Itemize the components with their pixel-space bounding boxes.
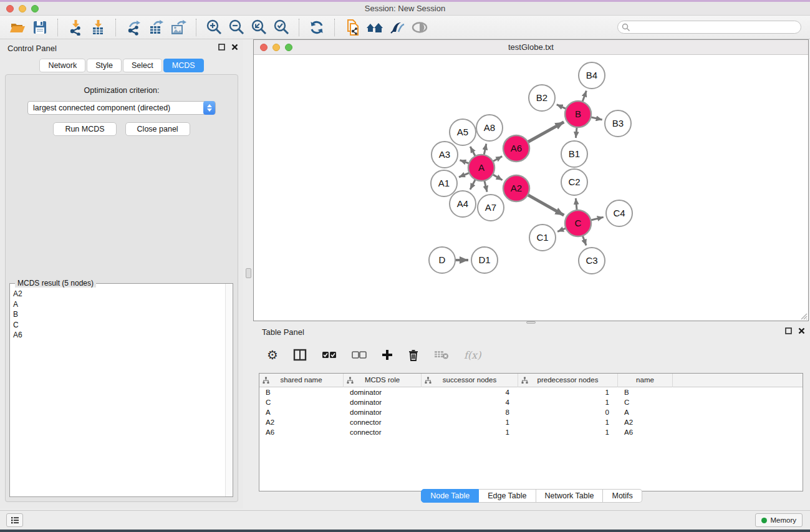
graph-edge-A2-C[interactable] [526, 193, 564, 215]
graph-node-B[interactable]: B [565, 101, 591, 127]
result-item[interactable]: A6 [13, 330, 222, 341]
tab-node-table[interactable]: Node Table [421, 489, 479, 503]
graph-node-A2[interactable]: A2 [503, 175, 529, 201]
memory-button[interactable]: Memory [755, 513, 803, 527]
network-zoom-button[interactable] [285, 44, 292, 51]
task-history-button[interactable] [6, 513, 23, 527]
column-header[interactable]: MCDS role [344, 374, 422, 387]
minimize-window-button[interactable] [19, 5, 26, 12]
import-table-button[interactable] [89, 18, 107, 37]
network-minimize-button[interactable] [272, 44, 280, 51]
network-window-title: testGlobe.txt [254, 40, 808, 55]
network-close-button[interactable] [260, 44, 268, 51]
graph-node-C[interactable]: C [565, 210, 591, 236]
graph-node-B4[interactable]: B4 [579, 62, 605, 89]
zoom-selected-button[interactable] [272, 18, 291, 37]
open-session-button[interactable] [8, 18, 27, 37]
tab-style[interactable]: Style [87, 59, 122, 72]
export-image-button[interactable] [169, 18, 188, 37]
export-table-button[interactable] [147, 18, 165, 37]
delete-table-button[interactable] [434, 347, 449, 362]
result-scrollbar[interactable] [225, 284, 233, 496]
column-header[interactable]: successor nodes [422, 374, 518, 387]
network-canvas[interactable]: B4B2BB3A8A5A6A3B1AA1C2A2A4A7CC4C1C3DD1 [254, 55, 808, 321]
home-button[interactable] [365, 18, 384, 37]
graph-node-B3[interactable]: B3 [605, 110, 631, 137]
graph-node-C3[interactable]: C3 [579, 248, 605, 274]
table-row[interactable]: A6connector11A6 [259, 427, 803, 437]
tab-motifs[interactable]: Motifs [603, 489, 642, 503]
save-session-button[interactable] [31, 18, 49, 37]
split-handle-vertical[interactable] [246, 268, 251, 278]
float-panel-icon[interactable] [218, 44, 225, 51]
graph-edge-A6-B[interactable] [526, 122, 564, 143]
table-cell: 1 [422, 427, 518, 437]
zoom-fit-button[interactable] [249, 18, 268, 37]
graph-node-A8[interactable]: A8 [476, 115, 503, 141]
run-mcds-button[interactable]: Run MCDS [53, 122, 116, 136]
tab-mcds[interactable]: MCDS [163, 59, 204, 72]
table-settings-button[interactable]: ⚙ [267, 347, 278, 362]
table-cell: 0 [518, 407, 618, 417]
select-all-button[interactable] [322, 347, 337, 362]
graph-node-D1[interactable]: D1 [471, 247, 498, 273]
tab-select[interactable]: Select [123, 59, 162, 72]
search-input[interactable] [630, 22, 797, 32]
export-network-button[interactable] [124, 18, 143, 37]
graph-node-A6[interactable]: A6 [503, 135, 529, 162]
graph-node-A1[interactable]: A1 [431, 170, 457, 196]
table-row[interactable]: A2connector11A2 [259, 417, 803, 427]
table-row[interactable]: Adominator80A [259, 407, 803, 417]
deselect-all-button[interactable] [352, 347, 367, 362]
table-row[interactable]: Bdominator41B [259, 387, 803, 397]
graph-node-B1[interactable]: B1 [561, 141, 587, 167]
graph-node-A3[interactable]: A3 [432, 142, 458, 168]
table-panel: Table Panel ⚙ [253, 324, 810, 508]
clone-network-button[interactable] [343, 18, 362, 37]
graph-node-B2[interactable]: B2 [529, 85, 555, 111]
tab-network-table[interactable]: Network Table [536, 489, 604, 503]
column-header[interactable]: name [618, 374, 673, 387]
zoom-out-button[interactable] [227, 18, 246, 37]
tab-network[interactable]: Network [39, 59, 85, 72]
criterion-select[interactable]: largest connected component (directed) [27, 101, 216, 115]
refresh-button[interactable] [307, 18, 326, 37]
import-network-button[interactable] [66, 18, 85, 37]
zoom-in-button[interactable] [205, 18, 223, 37]
graphics-details-button[interactable] [388, 18, 407, 37]
graph-node-D[interactable]: D [429, 247, 455, 273]
graph-node-C2[interactable]: C2 [561, 169, 587, 195]
close-panel-icon[interactable] [798, 327, 805, 334]
graph-node-C4[interactable]: C4 [606, 200, 632, 226]
delete-column-button[interactable] [408, 347, 419, 362]
function-builder-button[interactable]: f(x) [464, 347, 481, 362]
graph-node-A5[interactable]: A5 [450, 119, 476, 145]
optimization-criterion-label: Optimization criterion: [6, 86, 238, 95]
result-item[interactable]: C [13, 320, 222, 331]
app-titlebar: Session: New Session [0, 2, 810, 16]
resize-grip-icon[interactable] [799, 311, 808, 320]
result-item[interactable]: B [13, 309, 222, 320]
table-row[interactable]: Cdominator41C [259, 397, 803, 407]
graph-node-A7[interactable]: A7 [478, 195, 504, 221]
tab-edge-table[interactable]: Edge Table [479, 489, 536, 503]
result-item[interactable]: A2 [13, 289, 222, 299]
graph-node-C1[interactable]: C1 [529, 225, 556, 251]
close-panel-icon[interactable] [231, 44, 238, 51]
float-panel-icon[interactable] [785, 327, 792, 334]
result-item[interactable]: A [13, 299, 222, 310]
network-window-titlebar[interactable]: testGlobe.txt [254, 40, 808, 55]
column-header[interactable]: shared name [259, 374, 344, 387]
create-column-button[interactable] [382, 347, 393, 362]
graph-node-A[interactable]: A [468, 155, 494, 181]
column-header[interactable]: predecessor nodes [518, 374, 618, 387]
zoom-window-button[interactable] [31, 5, 39, 12]
birdseye-button[interactable] [410, 18, 429, 37]
show-columns-button[interactable] [293, 347, 307, 362]
close-panel-button[interactable]: Close panel [125, 122, 190, 136]
close-window-button[interactable] [6, 5, 14, 12]
toolbar-separator [196, 19, 196, 36]
table-cell: dominator [344, 407, 422, 417]
graph-node-A4[interactable]: A4 [450, 191, 476, 217]
table-cell: A2 [259, 417, 344, 427]
